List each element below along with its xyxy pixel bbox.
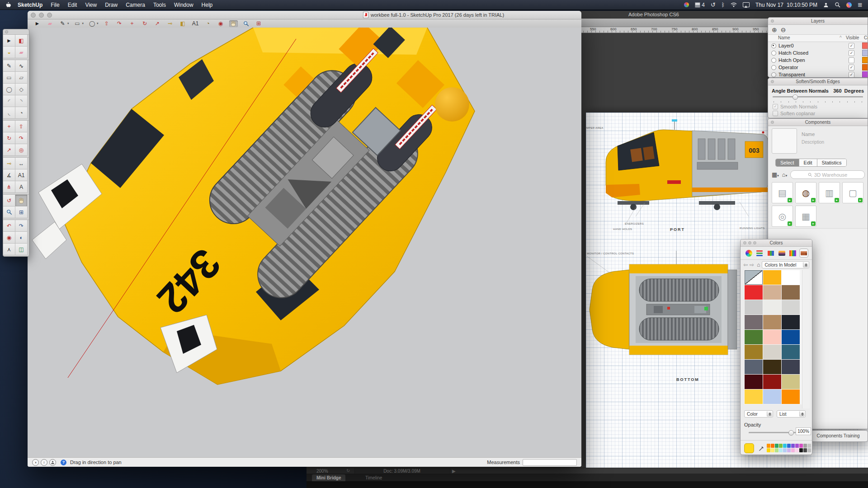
- panel-close-button[interactable]: [771, 80, 774, 83]
- scale-tool[interactable]: ↗: [153, 20, 162, 27]
- layer-visible-checkbox[interactable]: ✓: [849, 65, 854, 70]
- make-component-tool[interactable]: ◧: [15, 35, 28, 47]
- menubar-clock[interactable]: 10:10:50 PM: [787, 2, 817, 8]
- material-swatch[interactable]: [745, 285, 763, 300]
- sync-icon[interactable]: ↻: [346, 468, 350, 473]
- components-tab-edit[interactable]: Edit: [799, 159, 817, 166]
- layer-current-radio[interactable]: [771, 51, 776, 56]
- quick-color-swatch[interactable]: [791, 444, 795, 448]
- layer-name[interactable]: Layer0: [778, 43, 794, 48]
- material-swatch[interactable]: [763, 389, 781, 404]
- layer-color-chip[interactable]: [862, 50, 868, 56]
- sketchup-titlebar[interactable]: workbee full-1.0 - SketchUp Pro 2017 (26…: [28, 11, 581, 19]
- push-pull-tool[interactable]: ⇧: [15, 121, 28, 132]
- pan-tool[interactable]: [15, 195, 28, 206]
- add-layer-button[interactable]: ⊕: [772, 26, 777, 33]
- quick-color-swatch[interactable]: [771, 444, 774, 448]
- quick-color-swatch[interactable]: [807, 444, 811, 448]
- dimension-tool[interactable]: ↔: [15, 158, 28, 169]
- move-tool[interactable]: +: [128, 20, 137, 27]
- collection-dropdown[interactable]: Colors In Model: [762, 261, 809, 268]
- quick-color-swatch[interactable]: [795, 448, 799, 452]
- quick-color-swatch[interactable]: [779, 448, 783, 452]
- user-icon[interactable]: [823, 2, 829, 8]
- scale-tool[interactable]: ↗: [3, 144, 15, 156]
- quick-color-swatch[interactable]: [779, 444, 783, 448]
- minimize-button[interactable]: [39, 13, 44, 18]
- axes-tool[interactable]: ⋔: [3, 181, 15, 193]
- menu-window[interactable]: Window: [170, 2, 198, 8]
- column-name[interactable]: Name: [778, 35, 790, 40]
- soften-panel-titlebar[interactable]: Soften/Smooth Edges: [768, 78, 868, 85]
- follow-me-tool[interactable]: ↷: [115, 20, 124, 27]
- menu-help[interactable]: Help: [198, 2, 217, 8]
- claim-icon[interactable]: [49, 459, 56, 466]
- material-swatch[interactable]: [763, 375, 781, 389]
- doc-size[interactable]: Doc: 3.09M/3.09M: [357, 469, 447, 474]
- menubar-date[interactable]: Thu Nov 17: [755, 2, 783, 8]
- material-swatch[interactable]: [782, 285, 800, 300]
- color-palettes-icon[interactable]: [766, 249, 775, 258]
- pan-tool[interactable]: [229, 20, 238, 27]
- rectangle-tool[interactable]: ▭: [3, 72, 15, 84]
- home-icon[interactable]: ⌂: [757, 262, 760, 268]
- color-sliders-icon[interactable]: [755, 249, 764, 258]
- quick-color-swatch[interactable]: [799, 444, 803, 448]
- material-swatch[interactable]: [745, 389, 763, 404]
- material-swatch[interactable]: [782, 315, 800, 329]
- layer-row[interactable]: Transparent✓: [768, 71, 868, 78]
- look-around-tool[interactable]: ◐: [15, 232, 28, 244]
- circle-tool[interactable]: ◯: [3, 84, 15, 95]
- menu-tools[interactable]: Tools: [149, 2, 170, 8]
- menu-view[interactable]: View: [81, 2, 101, 8]
- status-flyout-arrow[interactable]: ▶: [452, 469, 456, 474]
- layer-color-chip[interactable]: [862, 42, 868, 49]
- current-color-swatch[interactable]: [744, 443, 754, 453]
- three-point-arc-tool[interactable]: ◟: [3, 107, 15, 119]
- layers-header[interactable]: Name ^ Visible Color: [768, 34, 868, 42]
- rotate-tool[interactable]: ↻: [141, 20, 149, 27]
- colors-panel-titlebar[interactable]: Colors: [741, 239, 812, 247]
- textures-brick-icon[interactable]: [799, 249, 808, 258]
- layer-row[interactable]: Layer0✓: [768, 42, 868, 49]
- bluetooth-icon[interactable]: ᛒ: [722, 2, 725, 8]
- push-pull-tool[interactable]: ⇧: [103, 20, 111, 27]
- layer-current-radio[interactable]: [771, 65, 776, 70]
- line-dropdown-arrow[interactable]: ▾: [67, 22, 69, 25]
- layer-visible-checkbox[interactable]: ✓: [849, 72, 854, 78]
- notification-center-icon[interactable]: ≣: [858, 1, 863, 8]
- quick-color-swatch[interactable]: [775, 444, 778, 448]
- panel-close-button[interactable]: [743, 241, 746, 244]
- layer-name[interactable]: Hatch Closed: [778, 50, 808, 56]
- layer-visible-checkbox[interactable]: ✓: [849, 43, 854, 49]
- time-machine-icon[interactable]: ↺: [711, 1, 716, 8]
- panel-minimize-button[interactable]: [748, 241, 751, 244]
- material-swatch[interactable]: [763, 345, 781, 359]
- material-swatch[interactable]: [745, 345, 763, 359]
- material-swatch[interactable]: [782, 375, 800, 389]
- layer-current-radio[interactable]: [771, 72, 776, 77]
- list-dropdown[interactable]: List: [777, 410, 806, 418]
- quick-color-swatch[interactable]: [771, 448, 774, 452]
- layer-color-chip[interactable]: [862, 71, 868, 78]
- tape-measure-tool[interactable]: ⊸: [3, 158, 15, 169]
- back-arrow[interactable]: ⇦: [743, 262, 748, 268]
- component-thumbnail-floor-grid[interactable]: ▦▸: [795, 206, 816, 227]
- component-thumbnail-radiator[interactable]: ▥▸: [819, 182, 840, 203]
- layer-visible-checkbox[interactable]: [849, 57, 854, 63]
- apple-menu-icon[interactable]: [0, 2, 14, 8]
- material-swatch[interactable]: [763, 315, 781, 329]
- material-swatch[interactable]: [763, 360, 781, 374]
- arc-tool[interactable]: ◜: [3, 95, 15, 107]
- position-camera-tool[interactable]: ◉: [217, 20, 225, 27]
- two-point-arc-tool[interactable]: ◝: [15, 95, 28, 107]
- 3d-text-tool[interactable]: A: [15, 181, 28, 193]
- walk-tool[interactable]: ⋏: [3, 244, 15, 255]
- material-swatch[interactable]: [763, 300, 781, 314]
- zoom-window-tool[interactable]: ⊞: [15, 206, 28, 218]
- layer-current-radio[interactable]: [771, 43, 776, 48]
- section-plane-tool[interactable]: ◫: [15, 244, 28, 255]
- remove-layer-button[interactable]: ⊖: [781, 26, 786, 33]
- tab-mini-bridge[interactable]: Mini Bridge: [312, 474, 345, 481]
- protractor-tool[interactable]: ∡: [3, 169, 15, 181]
